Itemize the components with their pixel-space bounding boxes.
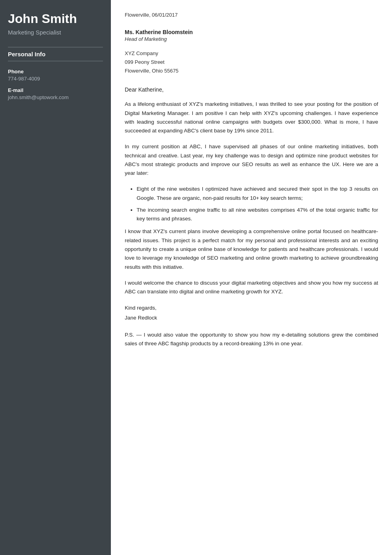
phone-value: 774-987-4009 xyxy=(8,76,103,82)
letter-content: Flowerville, 06/01/2017 Ms. Katherine Bl… xyxy=(111,0,392,555)
resume-page: John Smith Marketing Specialist Personal… xyxy=(0,0,392,555)
bullet-item-2: The incoming search engine traffic to al… xyxy=(137,206,378,224)
phone-label: Phone xyxy=(8,69,103,75)
bullet-list: Eight of the nine websites I optimized h… xyxy=(133,185,378,223)
postscript: P.S. — I would also value the opportunit… xyxy=(125,331,378,348)
paragraph-1: As a lifelong enthusiast of XYZ's market… xyxy=(125,100,378,135)
sidebar: John Smith Marketing Specialist Personal… xyxy=(0,0,111,555)
recipient-name: Ms. Katherine Bloomstein xyxy=(125,29,378,35)
bullet-item-1: Eight of the nine websites I optimized h… xyxy=(137,185,378,203)
paragraph-4: I would welcome the chance to discuss yo… xyxy=(125,279,378,297)
email-label: E-mail xyxy=(8,87,103,93)
closing-line1: Kind regards, xyxy=(125,303,378,313)
closing: Kind regards, Jane Redlock xyxy=(125,303,378,323)
email-value: john.smith@uptowork.com xyxy=(8,94,103,100)
paragraph-2: In my current position at ABC, I have su… xyxy=(125,142,378,178)
salutation: Dear Katherine, xyxy=(125,86,378,93)
paragraph-3: I know that XYZ's current plans involve … xyxy=(125,227,378,271)
closing-line2: Jane Redlock xyxy=(125,313,378,323)
address-line1: XYZ Company xyxy=(125,49,378,58)
recipient-title: Head of Marketing xyxy=(125,36,378,42)
address-line2: 099 Peony Street xyxy=(125,58,378,67)
personal-info-heading: Personal Info xyxy=(8,47,103,61)
recipient-address: XYZ Company 099 Peony Street Flowerville… xyxy=(125,49,378,75)
applicant-name: John Smith xyxy=(8,12,103,26)
address-line3: Flowerville, Ohio 55675 xyxy=(125,67,378,75)
applicant-title: Marketing Specialist xyxy=(8,29,103,36)
letter-date: Flowerville, 06/01/2017 xyxy=(125,12,378,18)
